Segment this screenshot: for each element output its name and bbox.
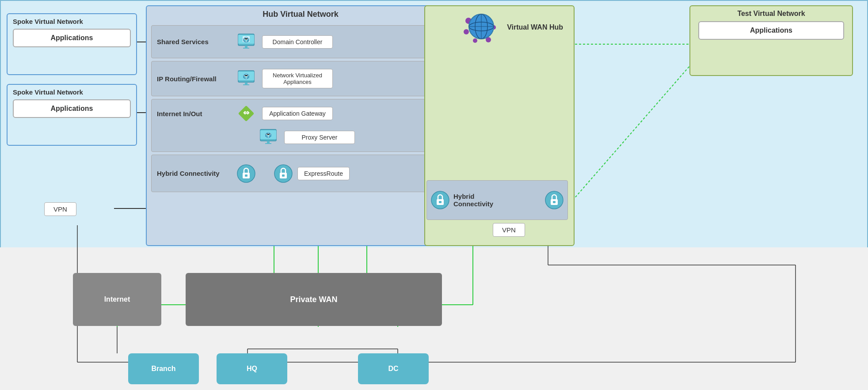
- monitor-icon-3: [258, 127, 279, 148]
- app-gateway-box: Application Gateway: [262, 107, 333, 120]
- svg-text:⇔: ⇔: [243, 109, 250, 117]
- spoke-vnet-2-app: Applications: [13, 99, 131, 118]
- internet-box: Internet: [73, 273, 161, 326]
- vwan-hub-title: Virtual WAN Hub: [502, 20, 568, 35]
- shared-services-label: Shared Services: [157, 38, 232, 45]
- hub-row-internet: Internet In/Out ⇔ Application Gateway: [151, 99, 450, 152]
- hub-row-ip-routing: IP Routing/Firewall Network VirtualizedA…: [151, 61, 450, 96]
- svg-rect-59: [282, 174, 285, 177]
- spoke-vnet-1: Spoke Virtual Network Applications: [7, 13, 137, 75]
- lock-icon-vwan-1: [430, 190, 450, 210]
- private-wan-box: Private WAN: [186, 273, 442, 326]
- internet-inout-label: Internet In/Out: [157, 110, 232, 117]
- expressroute-box: ExpressRoute: [297, 167, 350, 180]
- lock-icon-expressroute: [274, 164, 293, 183]
- vpn-left-box: VPN: [44, 202, 76, 216]
- svg-rect-55: [245, 174, 247, 177]
- hub-vnet: Hub Virtual Network Shared Services Doma…: [146, 5, 455, 246]
- vwan-hybrid-label: HybridConnectivity: [453, 193, 541, 208]
- test-vnet-app: Applications: [698, 21, 844, 40]
- globe-icon: [462, 10, 497, 45]
- ip-routing-label: IP Routing/Firewall: [157, 75, 232, 83]
- hub-row-shared-services: Shared Services Domain Controller: [151, 25, 450, 58]
- svg-text:⇔: ⇔: [244, 169, 248, 174]
- vwan-hybrid-connectivity: HybridConnectivity: [426, 180, 568, 220]
- lock-icon-hub: ⇔: [236, 164, 256, 183]
- hq-endpoint: HQ: [217, 353, 287, 384]
- nva-box: Network VirtualizedAppliances: [262, 69, 333, 88]
- svg-rect-51: [267, 141, 270, 143]
- lock-icon-vwan-2: [544, 190, 564, 210]
- domain-controller-box: Domain Controller: [262, 35, 333, 49]
- app-gateway-icon: ⇔: [236, 103, 257, 124]
- svg-rect-76: [553, 201, 556, 203]
- hub-row-hybrid: Hybrid Connectivity ⇔ ExpressRoute: [151, 155, 450, 192]
- hybrid-connectivity-label: Hybrid Connectivity: [157, 170, 232, 177]
- svg-rect-40: [243, 48, 249, 49]
- dc-endpoint: DC: [358, 353, 429, 384]
- svg-rect-73: [439, 201, 442, 203]
- proxy-server-box: Proxy Server: [284, 131, 355, 144]
- monitor-icon-2: [236, 68, 257, 89]
- svg-rect-39: [245, 45, 247, 48]
- hub-vnet-title: Hub Virtual Network: [147, 6, 454, 23]
- spoke-vnet-1-title: Spoke Virtual Network: [13, 18, 131, 25]
- svg-rect-52: [265, 143, 271, 144]
- vpn-right-box: VPN: [493, 223, 525, 237]
- svg-point-61: [464, 29, 469, 34]
- monitor-icon-1: [236, 31, 257, 53]
- spoke-vnet-1-app: Applications: [13, 29, 131, 47]
- spoke-vnet-2: Spoke Virtual Network Applications: [7, 84, 137, 146]
- svg-rect-44: [245, 82, 247, 84]
- test-vnet: Test Virtual Network Applications: [689, 5, 853, 76]
- test-vnet-title: Test Virtual Network: [694, 10, 849, 18]
- branch-endpoint: Branch: [128, 353, 199, 384]
- svg-rect-45: [243, 84, 249, 85]
- svg-point-62: [473, 38, 477, 43]
- spoke-vnet-2-title: Spoke Virtual Network: [13, 88, 131, 96]
